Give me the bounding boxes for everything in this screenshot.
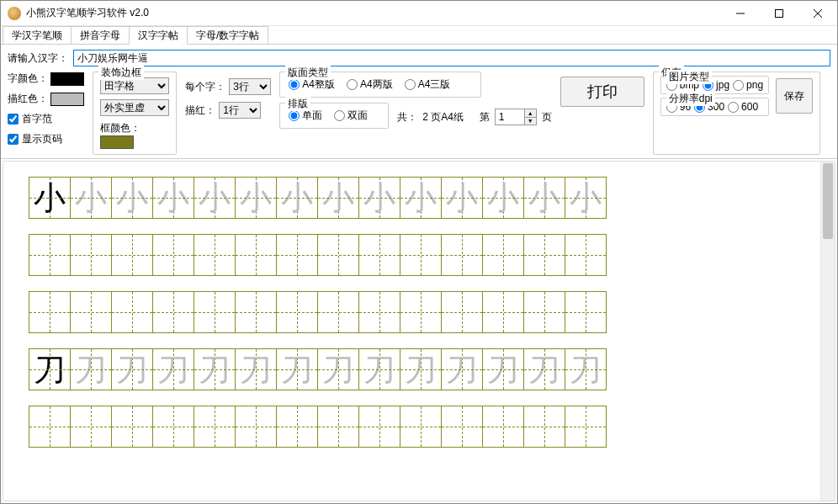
grid-style-select[interactable]: 田字格 (100, 77, 169, 94)
grid-cell: 小 (523, 177, 565, 219)
grid-cell (276, 234, 318, 276)
grid-cell: 刀 (70, 348, 112, 390)
grid-cell: 刀 (400, 348, 442, 390)
trace-char: 刀 (112, 349, 152, 390)
page-type-a4-two[interactable]: A4两版 (347, 77, 393, 92)
grid-cell (317, 291, 359, 333)
grid-row (29, 406, 795, 448)
app-icon (8, 7, 21, 20)
img-type-png[interactable]: png (733, 79, 763, 91)
save-group: 保存 图片类型 bmp jpg png 分辨率dpi 96 (653, 72, 820, 155)
grid-cell: 刀 (441, 348, 483, 390)
grid-cell (111, 291, 153, 333)
save-button[interactable]: 保存 (776, 78, 813, 114)
grid-cell: 小 (235, 177, 277, 219)
title-bar: 小熊汉字笔顺学习软件 v2.0 (1, 1, 837, 26)
grid-cell (70, 406, 112, 448)
grid-cell (276, 406, 318, 448)
grid-row: 刀刀刀刀刀刀刀刀刀刀刀刀刀刀 (29, 348, 795, 390)
tab-letter-number[interactable]: 字母/数字字帖 (187, 26, 268, 44)
grid-cell (400, 234, 442, 276)
layout-double[interactable]: 双面 (334, 109, 368, 123)
grid-cell (29, 291, 71, 333)
trace-char: 小 (112, 178, 152, 218)
grid-cell: 小 (358, 177, 400, 219)
trace-char: 刀 (236, 349, 276, 390)
toolbar: 请输入汉字： 字颜色： 描红色： 首字范 显示页码 装饰边框 田字格 外实里虚 … (1, 45, 837, 158)
copybook-sheet: 小小小小小小小小小小小小小小刀刀刀刀刀刀刀刀刀刀刀刀刀刀 (3, 162, 820, 501)
page-type-group: 版面类型 A4整版 A4两版 A4三版 (279, 72, 481, 98)
grid-cell (441, 291, 483, 333)
grid-cell (194, 406, 236, 448)
per-char-label: 每个字： (185, 80, 225, 94)
trace-char: 刀 (483, 349, 523, 390)
trace-char: 小 (565, 178, 606, 218)
grid-cell (152, 291, 194, 333)
grid-cell: 小 (70, 177, 112, 219)
grid-cell: 小 (317, 177, 359, 219)
grid-cell: 刀 (152, 348, 194, 390)
grid-cell (358, 291, 400, 333)
grid-cell (276, 291, 318, 333)
grid-cell: 刀 (565, 348, 607, 390)
trace-char: 小 (277, 178, 317, 218)
page-type-a4-three[interactable]: A4三版 (405, 77, 451, 92)
scrollbar-thumb[interactable] (823, 163, 833, 239)
trace-rows-select[interactable]: 1行 (219, 102, 261, 119)
grid-cell (111, 406, 153, 448)
page-spinner[interactable]: ▲▼ (495, 109, 537, 125)
page-info: 共：2 页A4纸 第 ▲▼ 页 (397, 109, 551, 129)
grid-cell (400, 406, 442, 448)
frame-color-label: 框颜色： (100, 122, 141, 134)
print-button[interactable]: 打印 (560, 77, 644, 107)
vertical-scrollbar[interactable] (820, 162, 835, 501)
trace-rows-label: 描红： (185, 103, 215, 118)
trace-char: 小 (359, 178, 400, 218)
grid-cell (235, 234, 277, 276)
tab-pinyin[interactable]: 拼音字母 (71, 26, 130, 44)
trace-char: 小 (71, 178, 111, 218)
hanzi-input[interactable] (73, 50, 830, 66)
grid-cell (70, 234, 112, 276)
grid-cell (111, 234, 153, 276)
dpi-600[interactable]: 600 (728, 101, 758, 113)
grid-cell (482, 234, 524, 276)
close-button[interactable] (798, 1, 837, 25)
grid-cell (235, 291, 277, 333)
grid-cell (194, 291, 236, 333)
grid-row: 小小小小小小小小小小小小小小 (29, 177, 795, 219)
tab-hanzi-copybook[interactable]: 汉字字帖 (129, 26, 188, 45)
grid-cell (565, 234, 607, 276)
trace-char: 小 (442, 178, 482, 218)
decoration-group: 装饰边框 田字格 外实里虚 框颜色： (93, 72, 177, 155)
grid-cell: 刀 (111, 348, 153, 390)
grid-cell (565, 406, 607, 448)
grid-cell (317, 406, 359, 448)
grid-cell: 小 (565, 177, 607, 219)
grid-cell (152, 234, 194, 276)
window-title: 小熊汉字笔顺学习软件 v2.0 (26, 6, 721, 20)
trace-color-swatch[interactable] (50, 93, 84, 106)
grid-cell (29, 234, 71, 276)
maximize-button[interactable] (760, 1, 798, 25)
grid-cell: 刀 (317, 348, 359, 390)
grid-row (29, 291, 795, 333)
svg-rect-0 (776, 9, 783, 17)
grid-cell (29, 406, 71, 448)
frame-color-swatch[interactable] (100, 135, 134, 149)
grid-cell: 刀 (29, 348, 71, 390)
trace-char: 小 (236, 178, 276, 218)
show-page-no-checkbox[interactable]: 显示页码 (8, 132, 84, 146)
grid-cell: 小 (482, 177, 524, 219)
rows-per-char-select[interactable]: 3行 (229, 78, 271, 95)
spin-up-icon[interactable]: ▲ (525, 109, 536, 118)
trace-char: 小 (400, 178, 441, 218)
line-style-select[interactable]: 外实里虚 (100, 99, 169, 116)
minimize-button[interactable] (721, 1, 760, 25)
tab-stroke-order[interactable]: 学汉字笔顺 (3, 26, 72, 44)
spin-down-icon[interactable]: ▼ (525, 118, 536, 125)
text-color-swatch[interactable] (50, 72, 84, 86)
layout-group: 排版 单面 双面 (279, 103, 389, 129)
grid-cell: 小 (152, 177, 194, 219)
first-char-model-checkbox[interactable]: 首字范 (8, 112, 84, 126)
